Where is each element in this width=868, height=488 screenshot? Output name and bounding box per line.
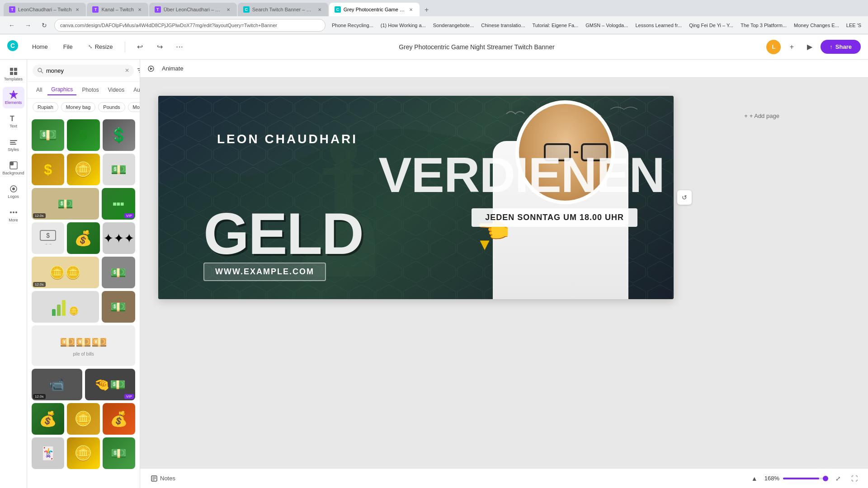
element-item-15[interactable]: 💵 [102, 291, 135, 323]
tab-4[interactable]: C Search Twitch Banner – Canva ✕ [238, 3, 328, 16]
element-item-12[interactable]: 🪙🪙 12.0s [32, 257, 99, 288]
element-item-10[interactable]: 💰 [67, 222, 99, 254]
file-button[interactable]: File [58, 40, 78, 53]
tab-5-close[interactable]: ✕ [408, 6, 414, 13]
element-item-3[interactable]: 💲 [103, 119, 135, 151]
zoom-handle[interactable] [823, 476, 828, 481]
grid-row-10: 🃏 🪙 💵 [32, 437, 135, 469]
element-item-19[interactable]: 💰 [32, 403, 64, 435]
element-item-8[interactable]: ■■■ VIP [102, 188, 135, 220]
sidebar-item-logos[interactable]: Logos [3, 181, 24, 202]
forward-button[interactable]: → [22, 19, 34, 32]
notes-button[interactable]: Notes [147, 473, 179, 483]
down-arrow: ▼ [476, 235, 493, 254]
elements-panel: ✕ All Graphics Photos Videos Audio › Rup… [27, 60, 140, 488]
element-item-1[interactable]: 💵 [32, 119, 64, 151]
element-item-4[interactable]: $ [32, 154, 64, 185]
redo-button[interactable]: ↪ [152, 40, 167, 54]
bookmark-9[interactable]: The Top 3 Platform... [738, 22, 789, 29]
pill-pounds[interactable]: Pounds [98, 102, 125, 112]
element-item-11[interactable]: ✦✦✦ [103, 222, 135, 254]
sidebar-item-styles[interactable]: Styles [3, 134, 24, 155]
tab-3-close[interactable]: ✕ [225, 6, 231, 13]
bookmark-2[interactable]: (1) How Working a... [378, 22, 429, 29]
element-item-7[interactable]: 💵 12.0s [32, 188, 99, 220]
design-title: Grey Photocentric Game Night Streamer Tw… [399, 43, 554, 51]
element-item-6[interactable]: 💵 [103, 154, 135, 185]
user-avatar[interactable]: L [766, 40, 781, 54]
element-item-9[interactable]: $ →→ [32, 222, 64, 254]
share-button[interactable]: ↑ Share [821, 40, 861, 54]
search-clear-button[interactable]: ✕ [125, 67, 129, 74]
undo-button[interactable]: ↩ [132, 40, 147, 54]
grid-row-5: 🪙🪙 12.0s 💵 [32, 257, 135, 288]
search-input[interactable] [46, 67, 122, 74]
right-refresh-button[interactable]: ↺ [677, 190, 692, 205]
element-item-16[interactable]: 💴💴💴 pile of bills [32, 325, 135, 366]
reload-button[interactable]: ↻ [38, 19, 51, 32]
grid-row-3: 💵 12.0s ■■■ VIP [32, 188, 135, 220]
fullscreen-button[interactable]: ⛶ [848, 472, 861, 485]
bookmark-11[interactable]: LEE 'S HOUSE –... [844, 22, 863, 29]
tab-5[interactable]: C Grey Photocentric Game Nigh... ✕ [329, 3, 420, 16]
canva-toolbar: C Home File ⤡ Resize ↩ ↪ ⋯ Grey Photocen… [0, 34, 868, 60]
tab-1[interactable]: T LeonChaudhari – Twitch ✕ [4, 3, 86, 16]
sidebar-item-more[interactable]: More [3, 204, 24, 226]
home-button[interactable]: Home [27, 40, 53, 53]
tab-graphics[interactable]: Graphics [47, 84, 76, 95]
back-button[interactable]: ← [5, 19, 18, 32]
add-team-button[interactable]: + [784, 40, 799, 54]
sidebar-item-elements[interactable]: Elements [3, 87, 24, 108]
bookmark-6[interactable]: GMSN – Vologda... [583, 22, 631, 29]
sidebar-item-background[interactable]: Background [3, 157, 24, 179]
bookmark-1[interactable]: Phone Recycling... [329, 22, 376, 29]
pill-money[interactable]: Money [128, 102, 140, 112]
animate-button[interactable]: Animate [158, 63, 187, 74]
bookmark-7[interactable]: Lessons Learned fr... [632, 22, 684, 29]
pill-money-bag[interactable]: Money bag [61, 102, 95, 112]
filter-options-button[interactable] [137, 64, 140, 77]
tab-2[interactable]: T Kanal – Twitch ✕ [87, 3, 148, 16]
page-up-button[interactable]: ▲ [748, 472, 761, 485]
sidebar-item-templates[interactable]: Templates [3, 63, 24, 85]
bookmark-8[interactable]: Qing Fei De Yi – Y... [686, 22, 736, 29]
bookmark-3[interactable]: Sonderangebote... [430, 22, 477, 29]
element-item-2[interactable]: $ [67, 119, 99, 151]
element-item-24[interactable]: 💵 [103, 437, 135, 469]
tab-4-close[interactable]: ✕ [316, 6, 323, 13]
tab-all[interactable]: All [33, 85, 46, 95]
tab-3[interactable]: T Über LeonChaudhari – Twitch ✕ [149, 3, 237, 16]
resize-button[interactable]: ⤡ Resize [83, 40, 118, 53]
pill-rupiah[interactable]: Rupiah [33, 102, 58, 112]
address-input[interactable]: canva.com/design/DAFOlpFvMus/a4W4dD8CPjJ… [54, 19, 326, 32]
element-item-13[interactable]: 💵 [102, 257, 135, 288]
sidebar-item-text[interactable]: T Text [3, 110, 24, 132]
bookmark-4[interactable]: Chinese translatio... [478, 22, 528, 29]
bookmark-10[interactable]: Money Changes E... [791, 22, 842, 29]
element-item-17[interactable]: 📹 12.0s [32, 369, 82, 400]
fit-page-button[interactable]: ⤢ [832, 472, 844, 485]
element-item-5[interactable]: 🪙 [67, 154, 99, 185]
element-item-21[interactable]: 💰 [103, 403, 135, 435]
left-icon-bar: Templates Elements T Text Styles Backgro… [0, 60, 27, 488]
element-item-18[interactable]: 🤏💵 VIP [85, 369, 136, 400]
canvas-page[interactable]: 👉 ▼ LEON CHAUDHARI GELD [158, 96, 674, 299]
more-options-button[interactable]: ⋯ [172, 40, 187, 54]
tab-audio[interactable]: Audio [130, 85, 140, 95]
tab-2-close[interactable]: ✕ [137, 6, 143, 13]
tab-photos[interactable]: Photos [78, 85, 102, 95]
element-item-20[interactable]: 🪙 [67, 403, 99, 435]
svg-rect-3 [14, 68, 17, 71]
tab-videos[interactable]: Videos [104, 85, 128, 95]
zoom-slider[interactable] [783, 478, 828, 479]
element-item-23[interactable]: 🪙 [67, 437, 99, 469]
canvas-scroll[interactable]: ⎘ 🗑 ⤢ [140, 78, 868, 468]
new-tab-button[interactable]: + [420, 4, 433, 16]
element-item-14[interactable]: 🪙 [32, 291, 99, 323]
present-button[interactable]: ▶ [802, 40, 817, 54]
canva-logo[interactable]: C [7, 40, 18, 54]
tab-1-close[interactable]: ✕ [74, 6, 80, 13]
add-page-button[interactable]: + + Add page [744, 105, 779, 127]
element-item-22[interactable]: 🃏 [32, 437, 64, 469]
bookmark-5[interactable]: Tutorial: Eigene Fa... [530, 22, 581, 29]
